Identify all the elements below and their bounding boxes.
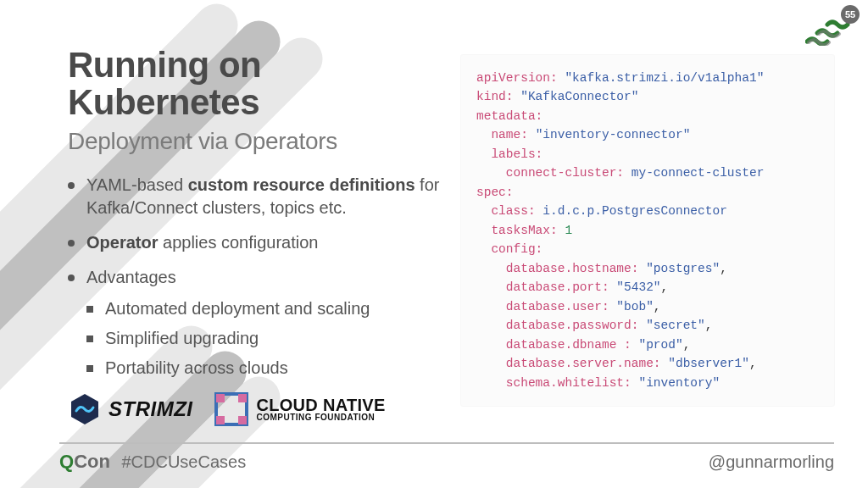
qcon-con: Con	[74, 451, 110, 472]
slide-subtitle: Deployment via Operators	[68, 128, 440, 155]
svg-rect-4	[216, 416, 225, 424]
logo-row: STRIMZI CLOUD NATIVE COMPUTING FOUNDATIO…	[68, 392, 440, 426]
hashtag: #CDCUseCases	[121, 452, 246, 471]
qcon-q: Q	[59, 451, 74, 472]
slide-footer: QCon #CDCUseCases @gunnarmorling	[59, 442, 834, 473]
bullet-item: Operator applies configuration	[68, 231, 440, 254]
footer-left: QCon #CDCUseCases	[59, 451, 246, 473]
cncf-wordmark: CLOUD NATIVE COMPUTING FOUNDATION	[257, 396, 386, 422]
svg-rect-5	[238, 416, 247, 424]
strimzi-icon	[68, 392, 102, 426]
svg-rect-3	[238, 394, 247, 402]
twitter-handle: @gunnarmorling	[709, 452, 834, 472]
sub-bullet-item: Automated deployment and scaling	[86, 297, 440, 320]
cncf-icon	[214, 392, 248, 426]
bullet-item: Advantages Automated deployment and scal…	[68, 266, 440, 380]
bullet-item: YAML-based custom resource definitions f…	[68, 174, 440, 219]
strimzi-logo: STRIMZI	[68, 392, 193, 426]
strimzi-wordmark: STRIMZI	[108, 397, 193, 421]
svg-rect-2	[216, 394, 225, 402]
yaml-code-block: apiVersion: "kafka.strimzi.io/v1alpha1" …	[461, 55, 834, 406]
sub-bullet-list: Automated deployment and scaling Simplif…	[86, 297, 440, 380]
page-number-badge: 55	[841, 5, 860, 24]
sub-bullet-item: Portability across clouds	[86, 357, 440, 380]
bullet-list: YAML-based custom resource definitions f…	[68, 174, 440, 380]
sub-bullet-item: Simplified upgrading	[86, 327, 440, 350]
slide-title: Running on Kubernetes	[68, 47, 440, 121]
cncf-logo: CLOUD NATIVE COMPUTING FOUNDATION	[214, 392, 386, 426]
